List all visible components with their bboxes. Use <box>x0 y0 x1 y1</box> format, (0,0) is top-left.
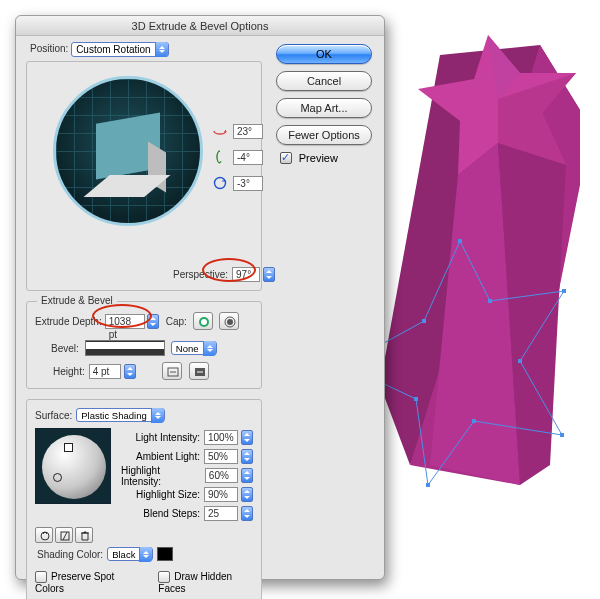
lighting-sphere[interactable] <box>35 428 111 504</box>
dropdown-arrows-icon <box>139 547 152 562</box>
light-intensity-label: Light Intensity: <box>136 432 200 443</box>
surface-group: Surface: Plastic Shading <box>26 399 262 599</box>
bevel-extent-out-button[interactable] <box>189 362 209 380</box>
preview-checkbox-row: Preview <box>276 152 372 164</box>
preserve-spot-checkbox[interactable] <box>35 571 47 583</box>
svg-point-17 <box>41 532 49 540</box>
position-label: Position: <box>30 43 68 54</box>
hidden-faces-row: Draw Hidden Faces <box>158 571 253 594</box>
svg-rect-2 <box>562 289 566 293</box>
shade-color-label: Shading Color: <box>37 549 103 560</box>
hi-intensity-field[interactable]: 60% <box>205 468 238 483</box>
light-handle[interactable] <box>53 473 62 482</box>
rot-x-field[interactable]: 23° <box>233 124 263 139</box>
cap-off-button[interactable] <box>219 312 239 330</box>
extrude-bevel-group: Extrude & Bevel Extrude Depth: 1038 pt C… <box>26 301 262 389</box>
fewer-options-button[interactable]: Fewer Options <box>276 125 372 145</box>
delete-light-button[interactable] <box>75 527 93 543</box>
dropdown-arrows-icon <box>151 408 164 423</box>
cap-on-button[interactable] <box>193 312 213 330</box>
dropdown-arrows-icon <box>155 42 168 57</box>
rot-z-field[interactable]: -3° <box>233 176 263 191</box>
position-dropdown[interactable]: Custom Rotation <box>71 42 168 57</box>
extrude-group-label: Extrude & Bevel <box>37 295 117 306</box>
hi-intensity-label: Highlight Intensity: <box>121 465 201 487</box>
surface-dropdown[interactable]: Plastic Shading <box>76 408 164 422</box>
bevel-preview <box>85 340 165 356</box>
light-handle-selected[interactable] <box>64 443 73 452</box>
bevel-height-label: Height: <box>53 366 85 377</box>
perspective-stepper[interactable] <box>263 267 275 282</box>
bevel-extent-in-button[interactable] <box>162 362 182 380</box>
axis-x-icon <box>213 124 227 138</box>
cap-label: Cap: <box>166 316 187 327</box>
ambient-label: Ambient Light: <box>136 451 200 462</box>
bevel-height-stepper[interactable] <box>124 364 136 379</box>
svg-rect-0 <box>458 239 462 243</box>
hi-size-field[interactable]: 90% <box>204 487 238 502</box>
canvas-3d-preview <box>370 35 600 515</box>
rot-y-field[interactable]: -4° <box>233 150 263 165</box>
svg-rect-3 <box>518 359 522 363</box>
move-light-back-button[interactable] <box>35 527 53 543</box>
svg-rect-6 <box>426 483 430 487</box>
light-fields: Light Intensity:100% Ambient Light:50% H… <box>121 428 253 523</box>
extrude-depth-stepper[interactable] <box>147 314 159 329</box>
bevel-label: Bevel: <box>51 343 79 354</box>
light-intensity-field[interactable]: 100% <box>204 430 238 445</box>
svg-rect-4 <box>560 433 564 437</box>
hi-intensity-stepper[interactable] <box>241 468 253 483</box>
svg-rect-9 <box>422 319 426 323</box>
surface-dropdown-value: Plastic Shading <box>81 410 146 421</box>
cancel-button[interactable]: Cancel <box>276 71 372 91</box>
bevel-dropdown[interactable]: None <box>171 341 217 355</box>
ok-button[interactable]: OK <box>276 44 372 64</box>
light-intensity-stepper[interactable] <box>241 430 253 445</box>
new-light-button[interactable] <box>55 527 73 543</box>
extrude-depth-label: Extrude Depth: <box>35 316 102 327</box>
axis-y-icon <box>213 150 227 164</box>
dropdown-arrows-icon <box>203 341 216 356</box>
svg-point-12 <box>201 319 207 325</box>
blend-label: Blend Steps: <box>143 508 200 519</box>
surface-label: Surface: <box>35 410 72 421</box>
dialog-title: 3D Extrude & Bevel Options <box>16 16 384 36</box>
preview-label: Preview <box>299 152 338 164</box>
hidden-faces-checkbox[interactable] <box>158 571 170 583</box>
svg-rect-1 <box>488 299 492 303</box>
shade-color-dropdown[interactable]: Black <box>107 547 153 561</box>
position-dropdown-value: Custom Rotation <box>76 44 150 55</box>
hi-size-stepper[interactable] <box>241 487 253 502</box>
perspective-label: Perspective: <box>173 269 228 280</box>
ambient-field[interactable]: 50% <box>204 449 238 464</box>
hi-size-label: Highlight Size: <box>136 489 200 500</box>
bevel-dropdown-value: None <box>176 343 199 354</box>
dialog-button-column: OK Cancel Map Art... Fewer Options Previ… <box>276 44 372 164</box>
blend-stepper[interactable] <box>241 506 253 521</box>
rotation-angle-fields: 23° -4° -3° <box>213 118 263 196</box>
perspective-field[interactable]: 97° <box>232 267 260 282</box>
preview-checkbox[interactable] <box>280 152 292 164</box>
shade-color-swatch[interactable] <box>157 547 173 561</box>
axis-z-icon <box>213 176 227 190</box>
rotation-trackball[interactable] <box>53 76 203 226</box>
map-art-button[interactable]: Map Art... <box>276 98 372 118</box>
lighting-sphere-ball <box>42 435 106 499</box>
preserve-spot-row: Preserve Spot Colors <box>35 571 136 594</box>
svg-rect-5 <box>472 419 476 423</box>
svg-point-14 <box>227 319 233 325</box>
blend-field[interactable]: 25 <box>204 506 238 521</box>
svg-rect-7 <box>414 397 418 401</box>
extrude-depth-field[interactable]: 1038 pt <box>105 314 145 329</box>
ambient-stepper[interactable] <box>241 449 253 464</box>
dialog-3d-extrude-bevel: 3D Extrude & Bevel Options OK Cancel Map… <box>15 15 385 580</box>
bevel-height-field[interactable]: 4 pt <box>89 364 121 379</box>
rotation-preview-group: 23° -4° -3° Perspective: 97° <box>26 61 262 291</box>
shade-color-value: Black <box>112 549 135 560</box>
